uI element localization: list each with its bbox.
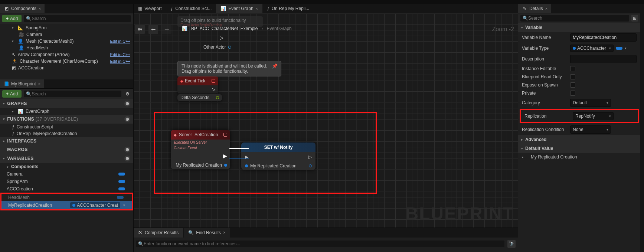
exec-out-pin-icon[interactable]: ▷ xyxy=(220,35,223,40)
var-label: MyReplicatedCreation xyxy=(8,203,52,208)
node-event-tick-pin[interactable]: Delta Seconds xyxy=(177,94,222,101)
prop-default-value[interactable]: ▸ My Replicated Creation xyxy=(518,153,640,161)
tree-item-camera[interactable]: 🎥 Camera xyxy=(0,31,133,38)
pin-other-actor[interactable]: Other Actor xyxy=(203,45,231,50)
chevron-down-icon[interactable]: ▾ xyxy=(625,46,627,50)
var-item-acc[interactable]: ACCCreation xyxy=(0,185,133,193)
tab-onrep[interactable]: ƒ On Rep My Repli... xyxy=(262,4,314,13)
nav-back-button[interactable]: ← xyxy=(148,24,158,34)
exec-out-pin-icon[interactable] xyxy=(212,87,215,92)
details-panel-tab[interactable]: ✎ Details × xyxy=(518,4,551,13)
edit-cpp-link[interactable]: Edit in C++ xyxy=(110,52,130,57)
graph-item-eventgraph[interactable]: ▸ 📊 EventGraph xyxy=(0,108,133,115)
node-server-setcreation[interactable]: ◆Server_SetCreation Executes On Server C… xyxy=(171,130,230,169)
variable-name-input[interactable] xyxy=(570,33,637,42)
tab-construction[interactable]: ƒ Construction Scr... xyxy=(166,4,216,13)
tab-viewport[interactable]: ▦ Viewport xyxy=(134,4,166,13)
close-icon[interactable]: × xyxy=(256,6,258,11)
section-variables[interactable]: ▾ VARIABLES ⊕ xyxy=(0,154,133,163)
function-item-onrep[interactable]: ƒ OnRep_MyReplicatedCreation xyxy=(0,130,133,137)
blueprint-search-input[interactable] xyxy=(32,91,119,96)
chevron-down-icon[interactable]: ▾ xyxy=(123,203,125,207)
tab-find-results[interactable]: 🔍 Find Results × xyxy=(184,228,230,238)
components-panel-tab[interactable]: ◩ Components × xyxy=(0,4,45,13)
tree-item-headmesh[interactable]: 👤 HeadMesh xyxy=(0,45,133,51)
graph-menu-button[interactable]: ≡▾ xyxy=(135,24,145,34)
tree-item-arrow[interactable]: ↖ Arrow Component (Arrow) Edit in C++ xyxy=(0,51,133,58)
var-item-myreplicatedcreation[interactable]: MyReplicatedCreation ACCCharacter Creat … xyxy=(1,201,132,209)
blueprint-search[interactable]: 🔍 xyxy=(24,91,121,97)
find-results-search[interactable]: 🔍 xyxy=(136,240,504,247)
function-item-construction[interactable]: ƒ ConstructionScript xyxy=(0,124,133,130)
replication-condition-select[interactable]: None ▾ xyxy=(570,125,611,134)
private-checkbox[interactable] xyxy=(570,91,575,96)
nav-forward-button[interactable]: → xyxy=(162,24,171,34)
pin-icon[interactable]: 📌 xyxy=(272,63,277,69)
prop-private: Private xyxy=(518,89,640,97)
edit-cpp-link[interactable]: Edit in C++ xyxy=(110,59,130,63)
details-search-input[interactable] xyxy=(528,16,627,21)
close-icon[interactable]: × xyxy=(38,82,40,86)
add-function-button[interactable]: ⊕ xyxy=(124,116,130,122)
node-event-tick[interactable]: ◆Event Tick xyxy=(177,76,218,94)
node-actor-begin-overlap[interactable]: Drag off pins to build functionality Eve… xyxy=(177,16,263,27)
exec-in-pin-icon[interactable]: ▶ xyxy=(245,154,248,160)
close-icon[interactable]: × xyxy=(39,6,41,11)
components-search-input[interactable] xyxy=(32,16,129,21)
add-graph-button[interactable]: ⊕ xyxy=(124,101,130,107)
section-variable[interactable]: ▾ Variable xyxy=(518,23,640,32)
var-item-springarm[interactable]: SpringArm xyxy=(0,178,133,185)
section-default-value[interactable]: ▾ Default Value xyxy=(518,144,640,153)
instance-editable-checkbox[interactable] xyxy=(570,66,575,71)
replication-select[interactable]: RepNotify ▾ xyxy=(573,112,614,120)
tree-item-charmove[interactable]: 🏃 Character Movement (CharMoveComp) Edit… xyxy=(0,58,133,65)
node-set-w-notify[interactable]: SET w/ Notify ▶▷ My Replicated Creation xyxy=(241,143,316,170)
tab-event-graph[interactable]: 📊 Event Graph × xyxy=(216,4,262,13)
variable-type-select[interactable]: ACCCharacter ▾ xyxy=(570,45,614,52)
add-component-button[interactable]: Add xyxy=(2,15,22,22)
tree-item-springarm[interactable]: ▾ 📐 SpringArm xyxy=(0,24,133,31)
components-search[interactable]: 🔍 xyxy=(24,15,131,22)
section-advanced[interactable]: ▸ Advanced xyxy=(518,135,640,144)
output-pin-icon[interactable] xyxy=(228,46,231,49)
tab-compiler-results[interactable]: 🛠 Compiler Results xyxy=(134,228,183,238)
gear-icon[interactable]: ⚙ xyxy=(124,90,131,98)
section-macros[interactable]: ▾ MACROS ⊕ xyxy=(0,145,133,154)
description-input[interactable] xyxy=(570,55,637,63)
details-search[interactable]: 🔍 xyxy=(520,15,629,22)
breadcrumb-bp[interactable]: BP_ACC_CharacterNet_Exemple xyxy=(191,26,258,31)
expose-spawn-checkbox[interactable] xyxy=(570,82,575,88)
tree-item-mesh[interactable]: ▾ 👤 Mesh (CharacterMesh0) Edit in C++ xyxy=(0,38,133,45)
var-item-camera[interactable]: Camera xyxy=(0,170,133,178)
components-sub-label[interactable]: ▾ Components xyxy=(0,163,133,170)
breadcrumb-graph[interactable]: Event Graph xyxy=(267,26,291,31)
property-matrix-button[interactable]: ⊞ xyxy=(631,15,638,22)
section-graphs[interactable]: ▾ GRAPHS ⊕ xyxy=(0,99,133,108)
add-macro-button[interactable]: ⊕ xyxy=(124,147,130,153)
server-node-title: Server_SetCreation xyxy=(179,132,218,137)
add-blueprint-button[interactable]: Add xyxy=(2,90,22,98)
section-functions[interactable]: ▾ FUNCTIONS (37 OVERRIDABLE) ⊕ xyxy=(0,115,133,124)
var-item-head[interactable]: HeadMesh xyxy=(1,194,132,201)
section-interfaces[interactable]: ▸ INTERFACES xyxy=(0,137,133,145)
object-in-pin-icon[interactable] xyxy=(245,164,248,167)
myblueprint-panel-tab[interactable]: 📘 My Blueprint × xyxy=(0,79,44,88)
tree-item-acccreation[interactable]: ◩ ACCCreation xyxy=(0,65,133,71)
object-pin-icon[interactable] xyxy=(224,164,227,167)
close-icon[interactable]: × xyxy=(545,6,547,11)
readonly-checkbox[interactable] xyxy=(570,74,575,79)
edit-cpp-link[interactable]: Edit in C++ xyxy=(110,39,130,43)
graph-icon: 📊 xyxy=(182,26,187,31)
float-pin-icon[interactable] xyxy=(216,96,219,99)
find-results-search-input[interactable] xyxy=(144,241,502,246)
category-select[interactable]: Default ▾ xyxy=(570,99,611,107)
exec-out-pin-icon[interactable]: ▶ xyxy=(223,153,227,159)
container-type-button[interactable] xyxy=(616,47,622,50)
exec-out-pin-icon[interactable]: ▷ xyxy=(308,154,312,160)
find-in-blueprints-button[interactable]: 🔭 xyxy=(507,240,516,248)
right-scrollbar[interactable] xyxy=(640,4,644,252)
graph-canvas[interactable]: ≡▾ ← → 📊 BP_ACC_CharacterNet_Exemple › E… xyxy=(134,13,518,228)
add-variable-button[interactable]: ⊕ xyxy=(124,156,130,161)
close-icon[interactable]: × xyxy=(223,230,226,235)
object-out-pin-icon[interactable] xyxy=(309,164,312,167)
